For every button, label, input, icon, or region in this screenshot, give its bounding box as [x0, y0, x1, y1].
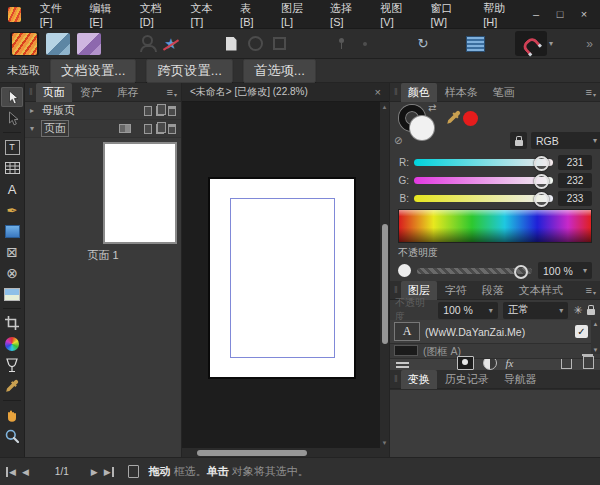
blend-mode-dropdown[interactable]: 正常 ▾ — [503, 302, 568, 319]
designer-persona-button[interactable] — [46, 32, 70, 55]
panel-menu-button[interactable]: ≡▾ — [586, 86, 596, 98]
tab-transform[interactable]: 变换 — [401, 370, 437, 389]
node-tool[interactable] — [1, 108, 23, 128]
blue-value-field[interactable]: 233 — [558, 191, 592, 206]
previous-page-button[interactable]: ◀ — [22, 467, 29, 477]
picture-frame-rectangle-tool[interactable]: ⊠ — [1, 242, 23, 262]
view-tool[interactable] — [1, 405, 23, 425]
toolbar-overflow-button[interactable]: » — [586, 37, 593, 51]
tab-pages[interactable]: 页面 — [36, 83, 72, 102]
color-spectrum[interactable] — [398, 209, 592, 243]
menu-select[interactable]: 选择[S] — [320, 0, 370, 31]
page-1-thumbnail[interactable] — [103, 142, 177, 244]
color-picker-tool[interactable] — [1, 376, 23, 396]
tab-character[interactable]: 字符 — [438, 281, 474, 300]
menu-view[interactable]: 视图[V] — [370, 0, 420, 31]
preflight-button[interactable]: ★ — [159, 32, 183, 55]
maximize-button[interactable]: □ — [548, 8, 572, 20]
delete-master-icon[interactable] — [168, 106, 176, 116]
layer-row-frame[interactable]: (图框 A) — [390, 344, 600, 359]
rectangle-tool[interactable] — [1, 221, 23, 241]
transparency-tool[interactable] — [1, 355, 23, 375]
layer-name[interactable]: (图框 A) — [423, 345, 596, 359]
layers-opacity-dropdown[interactable]: 100 % ▾ — [438, 302, 498, 319]
menu-document[interactable]: 文档[D] — [130, 0, 181, 31]
delete-page-icon[interactable] — [168, 124, 176, 134]
gear-icon[interactable]: ✳ — [573, 304, 582, 317]
expand-caret-icon[interactable]: ▾ — [30, 124, 38, 133]
vector-crop-tool[interactable] — [1, 313, 23, 333]
opacity-slider[interactable] — [417, 268, 532, 274]
picked-color-swatch[interactable] — [463, 111, 478, 126]
panel-drag-handle[interactable]: ‖ — [394, 285, 398, 295]
place-image-tool[interactable] — [1, 284, 23, 304]
fill-tool[interactable] — [1, 334, 23, 354]
scroll-up-arrow[interactable]: ▲ — [593, 321, 599, 327]
rotate-view-button[interactable]: ↻ — [411, 32, 435, 55]
tab-paragraph[interactable]: 段落 — [475, 281, 511, 300]
visibility-checkbox[interactable]: ✓ — [575, 325, 588, 338]
disabled-square-button[interactable] — [267, 32, 291, 55]
panel-menu-button[interactable]: ≡▾ — [586, 284, 596, 296]
panel-drag-handle[interactable]: ‖ — [394, 374, 398, 384]
duplicate-page-icon[interactable] — [156, 124, 164, 134]
disabled-person-button[interactable] — [135, 32, 159, 55]
pen-tool[interactable]: ✒ — [1, 200, 23, 220]
preferences-button[interactable]: 首选项... — [243, 59, 316, 83]
menu-table[interactable]: 表[B] — [230, 0, 271, 31]
green-slider[interactable] — [414, 177, 553, 184]
last-page-button[interactable]: ▶ — [104, 467, 114, 477]
menu-layer[interactable]: 图层[L] — [271, 0, 320, 31]
baseline-grid-button[interactable] — [463, 32, 487, 55]
layer-name[interactable]: (WwW.DaYanZai.Me) — [425, 326, 570, 338]
document-tab-title[interactable]: <未命名> [已修改] (22.8%) — [190, 85, 308, 99]
publisher-persona-button[interactable] — [10, 32, 39, 56]
panel-menu-button[interactable]: ≡▾ — [167, 86, 177, 98]
layer-row-text[interactable]: A (WwW.DaYanZai.Me) ✓ — [390, 320, 600, 344]
spread-mode-icon[interactable] — [119, 124, 131, 133]
opacity-value-dropdown[interactable]: 100 % ▾ — [538, 262, 592, 279]
photo-persona-button[interactable] — [77, 32, 101, 55]
green-slider-knob[interactable] — [534, 174, 549, 189]
panel-drag-handle[interactable]: ‖ — [29, 87, 33, 97]
canvas[interactable]: ▲ ▼ — [182, 102, 389, 457]
scroll-up-arrow[interactable]: ▲ — [382, 104, 388, 110]
disabled-circle-button[interactable] — [243, 32, 267, 55]
pages-section-row[interactable]: ▾ 页面 — [25, 120, 181, 138]
menu-edit[interactable]: 编辑[E] — [79, 0, 129, 31]
spread-setup-button[interactable]: 跨页设置... — [146, 59, 232, 83]
artistic-text-tool[interactable]: A — [1, 179, 23, 199]
add-master-page-icon[interactable] — [144, 106, 152, 116]
tab-assets[interactable]: 资产 — [73, 83, 109, 102]
move-tool[interactable] — [1, 87, 23, 107]
zoom-tool[interactable] — [1, 426, 23, 446]
tab-stroke[interactable]: 笔画 — [486, 83, 522, 102]
color-mode-dropdown[interactable]: RGB ▾ — [531, 132, 600, 149]
minimize-button[interactable]: – — [524, 8, 548, 20]
menu-text[interactable]: 文本[T] — [180, 0, 230, 31]
first-page-button[interactable]: ◀ — [6, 467, 16, 477]
menu-window[interactable]: 窗口[W] — [420, 0, 473, 31]
horizontal-scroll-thumb[interactable] — [197, 450, 307, 456]
tab-history[interactable]: 历史记录 — [438, 370, 496, 389]
color-lock-button[interactable] — [510, 132, 527, 149]
duplicate-master-icon[interactable] — [156, 106, 164, 116]
red-slider[interactable] — [414, 159, 553, 166]
new-document-button[interactable] — [219, 32, 243, 55]
lock-icon[interactable] — [587, 309, 595, 315]
scroll-down-arrow[interactable]: ▼ — [593, 347, 599, 353]
picture-frame-ellipse-tool[interactable]: ⊗ — [1, 263, 23, 283]
menu-help[interactable]: 帮助[H] — [473, 0, 524, 31]
document-setup-button[interactable]: 文档设置... — [50, 59, 136, 83]
close-button[interactable]: × — [572, 8, 596, 20]
table-tool[interactable] — [1, 158, 23, 178]
disabled-dot-button[interactable] — [353, 32, 377, 55]
document-page[interactable] — [210, 179, 354, 377]
no-color-icon[interactable]: ⊘ — [394, 135, 402, 146]
frame-text-tool[interactable]: T — [1, 137, 23, 157]
delete-layer-icon[interactable] — [583, 356, 594, 369]
blue-slider[interactable] — [414, 195, 553, 202]
tab-color[interactable]: 颜色 — [401, 83, 437, 102]
tab-navigator[interactable]: 导航器 — [497, 370, 544, 389]
menu-file[interactable]: 文件[F] — [30, 0, 80, 31]
